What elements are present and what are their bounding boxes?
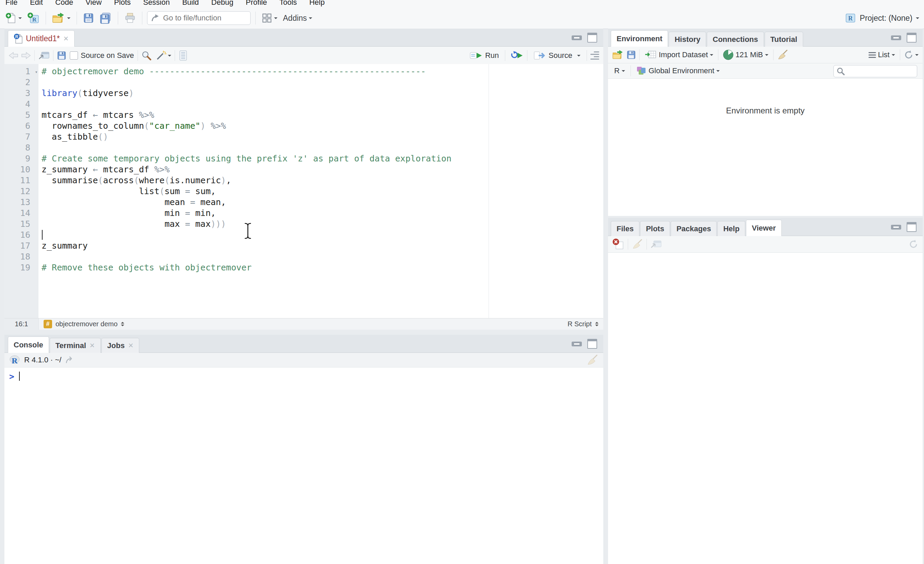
global-environment-selector[interactable]: Global Environment [634,65,721,77]
line-number[interactable]: 5 [4,110,39,120]
section-nav-label[interactable]: objectremover demo [56,320,117,328]
code-line[interactable] [42,142,603,153]
line-number[interactable]: 19 [4,262,39,273]
print-button[interactable] [122,11,139,25]
new-file-button[interactable] [3,11,24,25]
maximize-pane-icon[interactable] [907,222,916,232]
clear-all-broom-icon[interactable] [632,238,643,250]
menu-edit[interactable]: Edit [24,0,48,7]
back-icon[interactable] [9,51,19,60]
code-line[interactable]: mtcars_df ← mtcars %>% [42,110,603,120]
tab-close-icon[interactable]: ✕ [128,341,134,349]
cursor-position[interactable]: 16:1 [4,319,39,330]
code-line[interactable]: min = min, [42,208,603,219]
line-number[interactable]: 2 [4,77,39,88]
maximize-pane-icon[interactable] [907,33,916,42]
code-line[interactable] [42,77,603,88]
code-line[interactable]: library(tidyverse) [42,88,603,99]
line-number[interactable]: 8 [4,142,39,153]
goto-file-search[interactable] [147,11,250,25]
filetype-selector[interactable]: R Script [567,320,603,328]
menu-file[interactable]: File [0,0,23,7]
open-in-new-window-icon[interactable] [38,51,50,60]
save-icon[interactable] [57,51,66,60]
maximize-pane-icon[interactable] [587,33,597,42]
code-line[interactable]: mean = mean, [42,197,603,208]
line-number[interactable]: 13 [4,197,39,208]
menu-profile[interactable]: Profile [240,0,272,7]
code-line[interactable]: list(sum = sum, [42,186,603,197]
source-on-save-checkbox[interactable] [70,51,78,60]
code-line[interactable]: z_summary [42,241,603,251]
clear-viewer-icon[interactable] [612,238,624,250]
code-line[interactable]: # Create some temporary objects using th… [42,153,603,164]
code-line[interactable]: as_tibble() [42,131,603,142]
tab-close-icon[interactable]: ✕ [90,341,95,349]
code-line[interactable]: # objectremover demo -------------------… [42,66,603,77]
tab-close-icon[interactable]: ✕ [63,35,69,42]
line-number[interactable]: 6 [4,120,39,131]
line-number[interactable]: 12 [4,186,39,197]
share-arrow-icon[interactable] [65,356,75,364]
line-number[interactable]: 14 [4,208,39,219]
compile-report-icon[interactable] [178,50,188,61]
tab-tutorial[interactable]: Tutorial [765,32,803,47]
goto-file-input[interactable] [162,13,238,23]
tab-terminal[interactable]: Terminal ✕ [50,338,101,353]
tab-help[interactable]: Help [717,221,745,236]
tab-plots[interactable]: Plots [640,221,670,236]
addins-button[interactable]: Addins [280,12,315,24]
list-view-button[interactable]: List [867,50,896,60]
code-line[interactable]: # Remove these objects with objectremove… [42,262,603,273]
pane-layout-button[interactable] [259,12,280,24]
tab-jobs[interactable]: Jobs ✕ [102,338,139,353]
source-button[interactable]: Source [531,50,583,62]
refresh-caret[interactable] [915,54,918,57]
open-in-new-window-icon[interactable] [650,239,662,249]
document-outline-icon[interactable] [590,51,599,60]
refresh-icon[interactable] [904,50,914,60]
minimize-pane-icon[interactable] [891,35,901,40]
memory-usage-button[interactable]: 121 MiB [722,49,770,61]
project-menu-button[interactable]: R Project: (None) [844,8,919,29]
tab-viewer[interactable]: Viewer [746,220,782,236]
line-number[interactable]: 10 [4,164,39,175]
menu-session[interactable]: Session [138,0,175,7]
line-number[interactable]: 17 [4,241,39,251]
code-line[interactable] [42,251,603,262]
environment-search-box[interactable] [834,65,917,77]
load-workspace-icon[interactable] [612,50,624,60]
environment-search-input[interactable] [847,67,906,75]
open-file-button[interactable] [50,11,73,25]
tab-console[interactable]: Console [8,337,49,353]
line-number[interactable]: 7 [4,131,39,142]
code-line[interactable]: summarise(across(where(is.numeric), [42,175,603,186]
menu-plots[interactable]: Plots [109,0,136,7]
run-button[interactable]: Run [467,50,501,62]
language-selector[interactable]: R [612,66,627,76]
tab-files[interactable]: Files [611,221,639,236]
wand-caret[interactable] [168,55,171,58]
line-number[interactable]: 1 [4,66,39,77]
search-icon[interactable] [141,50,152,61]
import-dataset-button[interactable]: Import Dataset [643,50,715,60]
tab-packages[interactable]: Packages [671,221,717,236]
menu-help[interactable]: Help [304,0,330,7]
code-line[interactable]: rownames_to_column("car_name") %>% [42,120,603,131]
menu-code[interactable]: Code [50,0,79,7]
line-number[interactable]: 9 [4,153,39,164]
new-project-button[interactable]: R [24,11,42,25]
tab-environment[interactable]: Environment [611,30,668,47]
menu-view[interactable]: View [80,0,107,7]
magic-wand-icon[interactable] [156,50,166,61]
line-number[interactable]: 11 [4,175,39,186]
line-number[interactable]: 16 [4,230,39,241]
minimize-pane-icon[interactable] [891,225,901,230]
menu-build[interactable]: Build [177,0,204,7]
minimize-pane-icon[interactable] [572,341,582,346]
line-number[interactable]: 4 [4,99,39,110]
clear-environment-broom-icon[interactable] [777,49,789,61]
section-updown-icon[interactable] [121,322,124,326]
code-line[interactable] [42,230,603,241]
save-workspace-icon[interactable] [627,50,636,60]
